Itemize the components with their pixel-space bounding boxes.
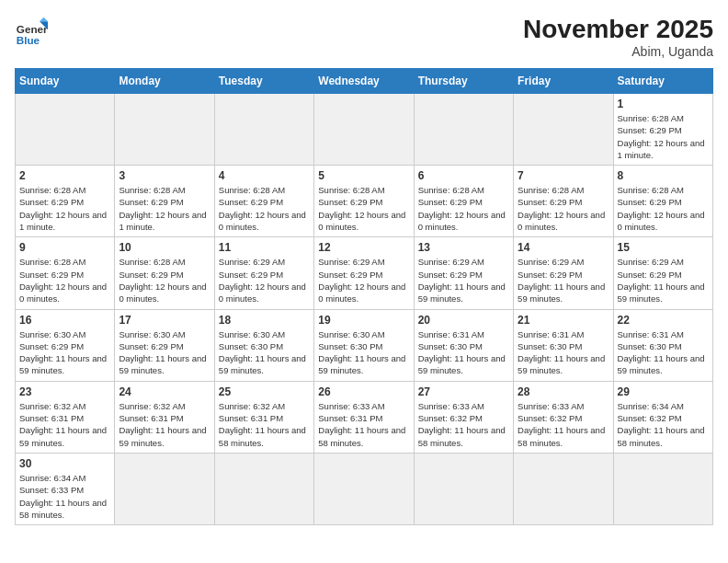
calendar-week-row: 16Sunrise: 6:30 AMSunset: 6:29 PMDayligh… — [16, 309, 713, 381]
day-info: Sunrise: 6:33 AMSunset: 6:32 PMDaylight:… — [418, 400, 509, 449]
day-info: Sunrise: 6:32 AMSunset: 6:31 PMDaylight:… — [219, 400, 310, 449]
calendar-cell — [414, 453, 513, 524]
calendar-cell: 27Sunrise: 6:33 AMSunset: 6:32 PMDayligh… — [414, 381, 513, 453]
day-info: Sunrise: 6:31 AMSunset: 6:30 PMDaylight:… — [618, 328, 709, 377]
logo: General Blue — [15, 15, 48, 48]
day-info: Sunrise: 6:29 AMSunset: 6:29 PMDaylight:… — [418, 256, 509, 304]
calendar-cell — [214, 94, 313, 166]
calendar-cell: 16Sunrise: 6:30 AMSunset: 6:29 PMDayligh… — [16, 309, 115, 381]
day-number: 15 — [618, 241, 709, 254]
calendar-cell — [613, 453, 712, 524]
calendar-cell — [115, 94, 214, 166]
day-number: 7 — [518, 169, 609, 182]
day-info: Sunrise: 6:34 AMSunset: 6:33 PMDaylight:… — [19, 472, 110, 521]
day-number: 27 — [418, 385, 509, 398]
day-number: 5 — [318, 169, 409, 182]
calendar-cell: 8Sunrise: 6:28 AMSunset: 6:29 PMDaylight… — [613, 166, 712, 237]
calendar-cell: 12Sunrise: 6:29 AMSunset: 6:29 PMDayligh… — [314, 237, 414, 309]
weekday-header: Monday — [115, 69, 214, 94]
day-info: Sunrise: 6:29 AMSunset: 6:29 PMDaylight:… — [219, 256, 310, 304]
day-info: Sunrise: 6:28 AMSunset: 6:29 PMDaylight:… — [618, 184, 709, 233]
svg-marker-3 — [40, 17, 48, 22]
calendar-subtitle: Abim, Uganda — [523, 44, 713, 59]
day-info: Sunrise: 6:29 AMSunset: 6:29 PMDaylight:… — [318, 256, 409, 304]
page-header: General Blue November 2025 Abim, Uganda — [15, 15, 713, 59]
day-number: 19 — [318, 314, 409, 327]
calendar-week-row: 9Sunrise: 6:28 AMSunset: 6:29 PMDaylight… — [16, 237, 713, 309]
day-info: Sunrise: 6:30 AMSunset: 6:29 PMDaylight:… — [119, 328, 210, 377]
weekday-header: Saturday — [613, 69, 712, 94]
day-number: 28 — [518, 385, 609, 398]
day-info: Sunrise: 6:28 AMSunset: 6:29 PMDaylight:… — [518, 184, 609, 233]
day-info: Sunrise: 6:28 AMSunset: 6:29 PMDaylight:… — [418, 184, 509, 233]
day-number: 3 — [119, 169, 210, 182]
day-number: 16 — [19, 314, 110, 327]
day-info: Sunrise: 6:28 AMSunset: 6:29 PMDaylight:… — [19, 184, 110, 233]
calendar-cell: 29Sunrise: 6:34 AMSunset: 6:32 PMDayligh… — [613, 381, 712, 453]
day-number: 11 — [219, 241, 310, 254]
calendar-cell — [314, 453, 414, 524]
day-number: 10 — [119, 241, 210, 254]
weekday-header: Friday — [514, 69, 613, 94]
day-number: 18 — [219, 314, 310, 327]
calendar-cell: 20Sunrise: 6:31 AMSunset: 6:30 PMDayligh… — [414, 309, 513, 381]
day-info: Sunrise: 6:34 AMSunset: 6:32 PMDaylight:… — [618, 400, 709, 449]
day-info: Sunrise: 6:31 AMSunset: 6:30 PMDaylight:… — [518, 328, 609, 377]
day-info: Sunrise: 6:29 AMSunset: 6:29 PMDaylight:… — [518, 256, 609, 304]
day-info: Sunrise: 6:32 AMSunset: 6:31 PMDaylight:… — [19, 400, 110, 449]
day-info: Sunrise: 6:33 AMSunset: 6:31 PMDaylight:… — [318, 400, 409, 449]
day-number: 23 — [19, 385, 110, 398]
day-info: Sunrise: 6:33 AMSunset: 6:32 PMDaylight:… — [518, 400, 609, 449]
day-number: 9 — [19, 241, 110, 254]
day-number: 4 — [219, 169, 310, 182]
calendar-week-row: 2Sunrise: 6:28 AMSunset: 6:29 PMDaylight… — [16, 166, 713, 237]
logo-icon: General Blue — [15, 15, 48, 48]
day-info: Sunrise: 6:30 AMSunset: 6:29 PMDaylight:… — [19, 328, 110, 377]
day-info: Sunrise: 6:29 AMSunset: 6:29 PMDaylight:… — [618, 256, 709, 304]
calendar-cell: 11Sunrise: 6:29 AMSunset: 6:29 PMDayligh… — [214, 237, 313, 309]
calendar-cell: 6Sunrise: 6:28 AMSunset: 6:29 PMDaylight… — [414, 166, 513, 237]
calendar-cell: 2Sunrise: 6:28 AMSunset: 6:29 PMDaylight… — [16, 166, 115, 237]
svg-text:Blue: Blue — [17, 34, 40, 46]
weekday-header: Wednesday — [314, 69, 414, 94]
calendar-cell: 3Sunrise: 6:28 AMSunset: 6:29 PMDaylight… — [115, 166, 214, 237]
calendar-cell — [414, 94, 513, 166]
calendar-cell: 15Sunrise: 6:29 AMSunset: 6:29 PMDayligh… — [613, 237, 712, 309]
day-number: 30 — [19, 457, 110, 470]
calendar-title: November 2025 — [523, 15, 713, 44]
day-number: 8 — [618, 169, 709, 182]
day-number: 14 — [518, 241, 609, 254]
day-number: 24 — [119, 385, 210, 398]
calendar-cell: 9Sunrise: 6:28 AMSunset: 6:29 PMDaylight… — [16, 237, 115, 309]
calendar-cell — [16, 94, 115, 166]
calendar-cell: 5Sunrise: 6:28 AMSunset: 6:29 PMDaylight… — [314, 166, 414, 237]
day-number: 6 — [418, 169, 509, 182]
day-number: 12 — [318, 241, 409, 254]
calendar-table: SundayMondayTuesdayWednesdayThursdayFrid… — [15, 68, 713, 525]
calendar-cell: 21Sunrise: 6:31 AMSunset: 6:30 PMDayligh… — [514, 309, 613, 381]
title-block: November 2025 Abim, Uganda — [523, 15, 713, 59]
day-number: 17 — [119, 314, 210, 327]
day-info: Sunrise: 6:30 AMSunset: 6:30 PMDaylight:… — [318, 328, 409, 377]
calendar-cell: 1Sunrise: 6:28 AMSunset: 6:29 PMDaylight… — [613, 94, 712, 166]
calendar-week-row: 23Sunrise: 6:32 AMSunset: 6:31 PMDayligh… — [16, 381, 713, 453]
calendar-cell — [115, 453, 214, 524]
calendar-cell: 7Sunrise: 6:28 AMSunset: 6:29 PMDaylight… — [514, 166, 613, 237]
calendar-cell: 13Sunrise: 6:29 AMSunset: 6:29 PMDayligh… — [414, 237, 513, 309]
weekday-header: Tuesday — [214, 69, 313, 94]
day-info: Sunrise: 6:32 AMSunset: 6:31 PMDaylight:… — [119, 400, 210, 449]
calendar-cell: 4Sunrise: 6:28 AMSunset: 6:29 PMDaylight… — [214, 166, 313, 237]
day-info: Sunrise: 6:28 AMSunset: 6:29 PMDaylight:… — [618, 112, 709, 161]
calendar-cell: 28Sunrise: 6:33 AMSunset: 6:32 PMDayligh… — [514, 381, 613, 453]
calendar-cell — [214, 453, 313, 524]
day-info: Sunrise: 6:28 AMSunset: 6:29 PMDaylight:… — [119, 184, 210, 233]
calendar-cell — [514, 94, 613, 166]
calendar-cell: 10Sunrise: 6:28 AMSunset: 6:29 PMDayligh… — [115, 237, 214, 309]
weekday-header-row: SundayMondayTuesdayWednesdayThursdayFrid… — [16, 69, 713, 94]
day-info: Sunrise: 6:28 AMSunset: 6:29 PMDaylight:… — [19, 256, 110, 304]
day-number: 26 — [318, 385, 409, 398]
weekday-header: Thursday — [414, 69, 513, 94]
day-info: Sunrise: 6:28 AMSunset: 6:29 PMDaylight:… — [119, 256, 210, 304]
calendar-cell: 30Sunrise: 6:34 AMSunset: 6:33 PMDayligh… — [16, 453, 115, 524]
day-number: 2 — [19, 169, 110, 182]
